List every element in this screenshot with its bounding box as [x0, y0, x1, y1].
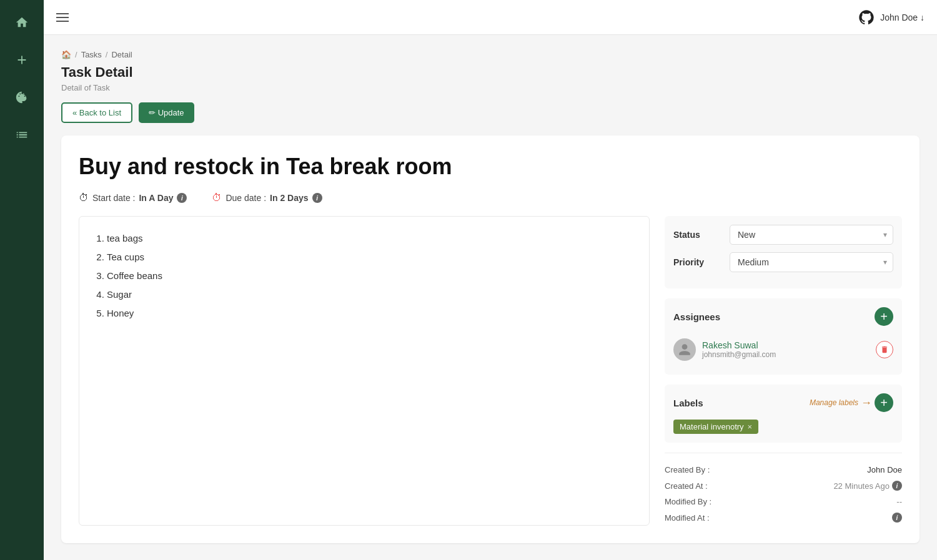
assignees-section: Assignees + Rakesh Suwal johns: [665, 298, 902, 375]
assignee-avatar: [673, 338, 696, 361]
list-item: tea bags: [107, 229, 634, 248]
content-area: 🏠 / Tasks / Detail Task Detail Detail of…: [44, 35, 937, 560]
modified-by-row: Modified By : --: [665, 494, 902, 509]
topbar-left: [56, 13, 69, 22]
label-tag-close-icon[interactable]: ×: [748, 422, 753, 431]
sidebar: [0, 0, 44, 560]
due-date-icon: ⏱: [212, 192, 222, 204]
labels-header: Labels Manage labels → +: [673, 393, 893, 412]
assignee-row: Rakesh Suwal johnsmith@gmail.com: [673, 333, 893, 366]
due-date-info-icon[interactable]: i: [312, 193, 322, 203]
priority-label: Priority: [673, 257, 730, 267]
priority-select-wrapper: Low Medium High Critical ▾: [730, 252, 893, 272]
modified-at-value: i: [892, 513, 902, 523]
due-date-value: In 2 Days: [270, 193, 308, 203]
label-tag: Material invenotry ×: [673, 420, 758, 434]
hamburger-menu[interactable]: [56, 13, 69, 22]
task-items-list: tea bags Tea cups Coffee beans Sugar Hon…: [94, 229, 634, 323]
task-card: Buy and restock in Tea break room ⏱ Star…: [61, 135, 920, 543]
created-by-row: Created By : John Doe: [665, 462, 902, 478]
start-date-value: In A Day: [139, 193, 173, 203]
github-icon: [858, 9, 875, 26]
add-assignee-button[interactable]: +: [875, 307, 893, 326]
status-priority-section: Status New In Progress Done Cancelled ▾: [665, 216, 902, 288]
status-field-row: Status New In Progress Done Cancelled ▾: [673, 225, 893, 245]
created-by-label: Created By :: [665, 465, 710, 474]
labels-section: Labels Manage labels → + Material inveno…: [665, 385, 902, 443]
assignee-name[interactable]: Rakesh Suwal: [702, 340, 870, 350]
start-date-item: ⏱ Start date : In A Day i: [79, 192, 187, 204]
breadcrumb-tasks[interactable]: Tasks: [81, 50, 102, 59]
task-dates: ⏱ Start date : In A Day i ⏱ Due date : I…: [79, 192, 902, 204]
task-content-area: tea bags Tea cups Coffee beans Sugar Hon…: [79, 216, 650, 526]
meta-section: Created By : John Doe Created At : 22 Mi…: [665, 453, 902, 526]
remove-assignee-button[interactable]: [876, 341, 893, 358]
due-date-label: Due date :: [226, 193, 266, 203]
sidebar-icon-add[interactable]: [9, 47, 34, 72]
user-menu[interactable]: John Doe ↓: [858, 9, 925, 26]
breadcrumb-detail: Detail: [111, 50, 132, 59]
breadcrumb-sep2: /: [106, 50, 108, 59]
assignees-title: Assignees: [673, 312, 720, 322]
start-date-info-icon[interactable]: i: [177, 193, 187, 203]
manage-labels-text[interactable]: Manage labels: [810, 398, 858, 407]
status-select[interactable]: New In Progress Done Cancelled: [730, 225, 893, 245]
sidebar-icon-tasks[interactable]: [9, 122, 34, 147]
modified-at-info-icon[interactable]: i: [892, 513, 902, 523]
list-item: Honey: [107, 304, 634, 323]
list-item: Coffee beans: [107, 267, 634, 285]
sidebar-icon-home[interactable]: [9, 10, 34, 35]
add-label-button[interactable]: +: [875, 393, 893, 412]
status-select-wrapper: New In Progress Done Cancelled ▾: [730, 225, 893, 245]
created-at-info-icon[interactable]: i: [892, 481, 902, 491]
priority-select[interactable]: Low Medium High Critical: [730, 252, 893, 272]
modified-by-label: Modified By :: [665, 497, 711, 506]
labels-list: Material invenotry ×: [673, 420, 893, 434]
priority-field-row: Priority Low Medium High Critical ▾: [673, 252, 893, 272]
topbar: John Doe ↓: [44, 0, 937, 35]
user-name-display[interactable]: John Doe ↓: [880, 12, 925, 22]
created-by-value: John Doe: [867, 465, 902, 474]
manage-labels-arrow-icon: →: [861, 396, 872, 410]
start-date-label: Start date :: [92, 193, 135, 203]
task-body: tea bags Tea cups Coffee beans Sugar Hon…: [79, 216, 902, 526]
task-title: Buy and restock in Tea break room: [79, 153, 902, 180]
labels-title: Labels: [673, 398, 703, 408]
page-title: Task Detail: [61, 64, 920, 81]
created-at-row: Created At : 22 Minutes Ago i: [665, 478, 902, 494]
task-sidebar-panel: Status New In Progress Done Cancelled ▾: [665, 216, 902, 526]
main-area: John Doe ↓ 🏠 / Tasks / Detail Task Detai…: [44, 0, 937, 560]
breadcrumb-home-icon[interactable]: 🏠: [61, 50, 71, 59]
assignees-header: Assignees +: [673, 307, 893, 326]
back-to-list-button[interactable]: « Back to List: [61, 102, 132, 123]
modified-at-label: Modified At :: [665, 513, 710, 523]
list-item: Tea cups: [107, 248, 634, 267]
due-date-item: ⏱ Due date : In 2 Days i: [212, 192, 322, 204]
label-tag-text: Material invenotry: [680, 422, 744, 431]
status-label: Status: [673, 230, 730, 240]
assignee-email: johnsmith@gmail.com: [702, 350, 870, 359]
modified-by-value: --: [896, 497, 902, 506]
assignee-info: Rakesh Suwal johnsmith@gmail.com: [702, 340, 870, 359]
created-at-label: Created At :: [665, 481, 708, 491]
update-button[interactable]: ✏ Update: [139, 102, 194, 123]
list-item: Sugar: [107, 285, 634, 304]
page-subtitle: Detail of Task: [61, 83, 920, 92]
sidebar-icon-palette[interactable]: [9, 85, 34, 110]
breadcrumb-sep1: /: [75, 50, 77, 59]
action-buttons: « Back to List ✏ Update: [61, 102, 920, 123]
modified-at-row: Modified At : i: [665, 509, 902, 526]
start-date-icon: ⏱: [79, 192, 89, 204]
created-at-value: 22 Minutes Ago i: [833, 481, 902, 491]
breadcrumb: 🏠 / Tasks / Detail: [61, 50, 920, 59]
